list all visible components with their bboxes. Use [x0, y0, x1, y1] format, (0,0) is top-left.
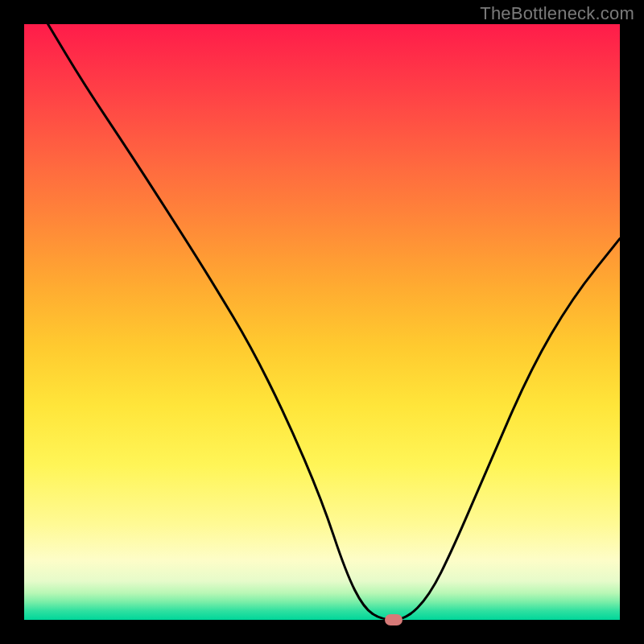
chart-frame: TheBottleneck.com — [0, 0, 644, 644]
plot-area — [24, 24, 620, 620]
bottleneck-curve-path — [48, 24, 620, 620]
watermark-label: TheBottleneck.com — [480, 3, 634, 24]
min-marker — [385, 614, 402, 625]
curve-svg — [24, 24, 620, 620]
